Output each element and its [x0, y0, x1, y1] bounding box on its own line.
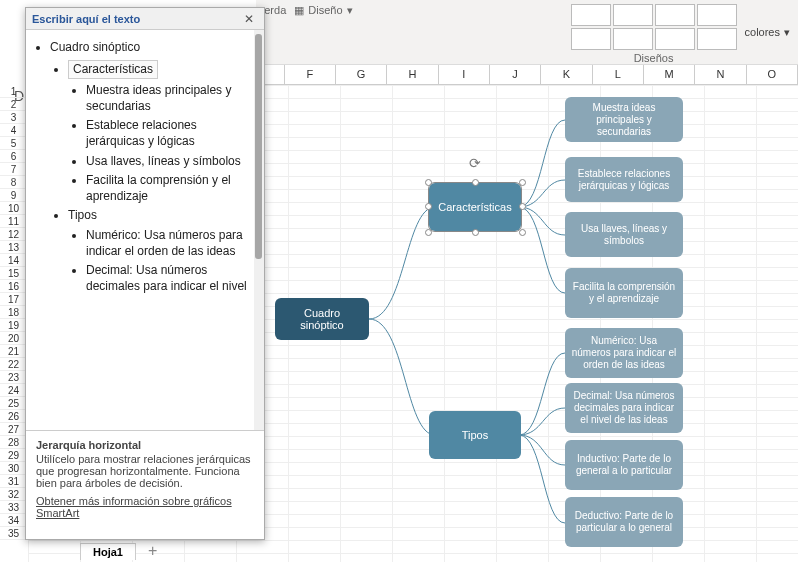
leaf-node[interactable]: Establece relaciones jerárquicas y lógic… [565, 157, 683, 202]
outline-item-tipos[interactable]: Tipos [68, 208, 256, 224]
row-header[interactable]: 27 [0, 423, 28, 436]
row-header[interactable]: 30 [0, 462, 28, 475]
column-header[interactable]: K [541, 65, 592, 85]
scroll-thumb-icon[interactable] [255, 34, 262, 259]
row-header[interactable]: 11 [0, 215, 28, 228]
chevron-down-icon: ▾ [784, 26, 790, 39]
row-header[interactable]: 24 [0, 384, 28, 397]
row-header[interactable]: 8 [0, 176, 28, 189]
row-header[interactable]: 18 [0, 306, 28, 319]
column-header[interactable]: G [336, 65, 387, 85]
ribbon: erda ▦ Diseño ▾ Diseños colores ▾ [256, 0, 798, 65]
outline-leaf[interactable]: Usa llaves, líneas y símbolos [86, 154, 256, 170]
footer-title: Jerarquía horizontal [36, 439, 254, 451]
pane-header[interactable]: Escribir aquí el texto ✕ [26, 8, 264, 30]
chevron-down-icon: ▾ [347, 4, 353, 17]
row-header[interactable]: 26 [0, 410, 28, 423]
leaf-node[interactable]: Numérico: Usa números para indicar el or… [565, 328, 683, 378]
row-header[interactable]: 34 [0, 514, 28, 527]
row-header[interactable]: 25 [0, 397, 28, 410]
leaf-node[interactable]: Inductivo: Parte de lo general a lo part… [565, 440, 683, 490]
row-header[interactable]: 2 [0, 98, 28, 111]
row-header[interactable]: 16 [0, 280, 28, 293]
outline-item-caracteristicas[interactable]: Características [68, 60, 256, 80]
leaf-node[interactable]: Deductivo: Parte de lo particular a lo g… [565, 497, 683, 547]
row-header[interactable]: 21 [0, 345, 28, 358]
row-header[interactable]: 14 [0, 254, 28, 267]
row-headers[interactable]: 1234567891011121314151617181920212223242… [0, 85, 28, 540]
sheet-tab-hoja1[interactable]: Hoja1 [80, 543, 136, 560]
pane-body[interactable]: Cuadro sinóptico Características Muestra… [26, 30, 264, 430]
node-tipos[interactable]: Tipos [429, 411, 521, 459]
outline-leaf[interactable]: Decimal: Usa números decimales para indi… [86, 263, 256, 294]
outline-leaf[interactable]: Numérico: Usa números para indicar el or… [86, 228, 256, 259]
row-header[interactable]: 33 [0, 501, 28, 514]
column-header[interactable]: I [439, 65, 490, 85]
row-header[interactable]: 29 [0, 449, 28, 462]
row-header[interactable]: 32 [0, 488, 28, 501]
node-root[interactable]: Cuadro sinóptico [275, 298, 369, 340]
row-header[interactable]: 28 [0, 436, 28, 449]
column-header[interactable]: F [285, 65, 336, 85]
sheet-tabs: Hoja1 + [80, 540, 157, 562]
pane-title: Escribir aquí el texto [32, 13, 240, 25]
pane-scrollbar[interactable] [254, 30, 264, 430]
row-header[interactable]: 3 [0, 111, 28, 124]
column-header[interactable]: H [387, 65, 438, 85]
column-header[interactable]: N [695, 65, 746, 85]
row-header[interactable]: 7 [0, 163, 28, 176]
column-header[interactable]: J [490, 65, 541, 85]
footer-link[interactable]: Obtener más información sobre gráficos S… [36, 495, 254, 519]
column-header[interactable]: O [747, 65, 798, 85]
row-header[interactable]: 4 [0, 124, 28, 137]
ribbon-group-label: Diseños [571, 52, 737, 64]
leaf-node[interactable]: Muestra ideas principales y secundarias [565, 97, 683, 142]
leaf-node[interactable]: Facilita la comprensión y el aprendizaje [565, 268, 683, 318]
row-header[interactable]: 10 [0, 202, 28, 215]
row-header[interactable]: 35 [0, 527, 28, 540]
leaf-node[interactable]: Usa llaves, líneas y símbolos [565, 212, 683, 257]
row-header[interactable]: 12 [0, 228, 28, 241]
outline-leaf[interactable]: Muestra ideas principales y secundarias [86, 83, 256, 114]
colors-dropdown[interactable]: colores ▾ [745, 4, 790, 60]
layout-gallery[interactable] [571, 4, 737, 50]
outline-leaf[interactable]: Facilita la comprensión y el aprendizaje [86, 173, 256, 204]
row-header[interactable]: 17 [0, 293, 28, 306]
row-header[interactable]: 13 [0, 241, 28, 254]
outline-root[interactable]: Cuadro sinóptico [50, 40, 256, 56]
ribbon-fragment: erda [264, 4, 286, 60]
footer-text: Utilícelo para mostrar relaciones jerárq… [36, 453, 254, 489]
smartart-text-pane: Escribir aquí el texto ✕ Cuadro sinóptic… [25, 7, 265, 540]
row-header[interactable]: 15 [0, 267, 28, 280]
design-dropdown[interactable]: ▦ Diseño ▾ [294, 4, 352, 60]
leaf-node[interactable]: Decimal: Usa números decimales para indi… [565, 383, 683, 433]
column-header[interactable]: M [644, 65, 695, 85]
pane-footer: Jerarquía horizontal Utilícelo para most… [26, 430, 264, 527]
row-header[interactable]: 23 [0, 371, 28, 384]
row-header[interactable]: 19 [0, 319, 28, 332]
column-header[interactable]: L [593, 65, 644, 85]
row-header[interactable]: 1 [0, 85, 28, 98]
add-sheet-icon[interactable]: + [148, 542, 157, 560]
close-icon[interactable]: ✕ [240, 12, 258, 26]
row-header[interactable]: 9 [0, 189, 28, 202]
row-header[interactable]: 31 [0, 475, 28, 488]
row-header[interactable]: 5 [0, 137, 28, 150]
row-header[interactable]: 20 [0, 332, 28, 345]
row-header[interactable]: 22 [0, 358, 28, 371]
row-header[interactable]: 6 [0, 150, 28, 163]
outline-leaf[interactable]: Establece relaciones jerárquicas y lógic… [86, 118, 256, 149]
node-caracteristicas[interactable]: Características [429, 183, 521, 231]
